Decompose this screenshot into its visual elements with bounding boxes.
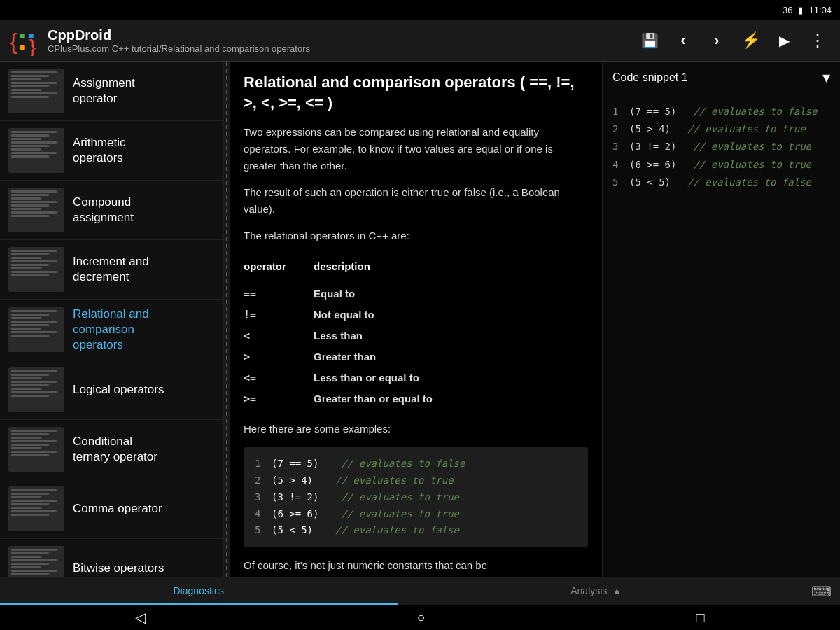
more-button[interactable]: ⋮ bbox=[804, 27, 832, 55]
snippet-expression: (5 < 5) bbox=[629, 174, 671, 191]
sidebar-label-compound: Compound assignment bbox=[73, 195, 134, 225]
sidebar-divider bbox=[224, 62, 230, 577]
line-number: 2 bbox=[255, 472, 266, 489]
snippet-comment: // evaluates to true bbox=[687, 120, 806, 138]
sidebar-thumb-compound bbox=[8, 188, 64, 232]
table-row: <=Less than or equal to bbox=[244, 368, 588, 388]
app-actions: 💾 ‹ › ⚡ ▶ ⋮ bbox=[636, 27, 832, 55]
examples-intro: Here there are some examples: bbox=[244, 421, 588, 438]
bottom-tabs: Diagnostics Analysis ▲ ⌨ bbox=[0, 577, 840, 605]
tab-diagnostics[interactable]: Diagnostics bbox=[0, 578, 398, 605]
sidebar-item-logical[interactable]: Logical operators bbox=[0, 360, 223, 420]
snippet-title: Code snippet 1 bbox=[612, 71, 688, 84]
signal-strength: 36 bbox=[783, 5, 792, 15]
snippet-line-number: 2 bbox=[612, 120, 624, 138]
header-operator: operator bbox=[244, 258, 286, 275]
line-number: 1 bbox=[255, 456, 266, 472]
code-comment: // evaluates to false bbox=[341, 456, 465, 472]
sidebar-thumb-bitwise bbox=[8, 546, 64, 577]
svg-text:■: ■ bbox=[20, 30, 25, 41]
sidebar-thumb-relational bbox=[8, 307, 64, 352]
op-symbol: != bbox=[244, 307, 286, 323]
snippet-comment: // evaluates to true bbox=[693, 156, 811, 174]
app-title-area: CppDroid CPlusPlus.com C++ tutorial/Rela… bbox=[48, 27, 627, 54]
op-description: Equal to bbox=[314, 286, 588, 302]
svg-text:■: ■ bbox=[20, 41, 25, 52]
op-symbol: == bbox=[244, 286, 286, 302]
nav-bar: ◁ ○ □ bbox=[0, 605, 840, 630]
sidebar-label-logical: Logical operators bbox=[73, 382, 164, 398]
forward-button[interactable]: › bbox=[703, 27, 731, 55]
op-description: Greater than or equal to bbox=[314, 391, 588, 407]
nav-recents-button[interactable]: □ bbox=[682, 607, 718, 629]
sidebar-thumb-comma bbox=[8, 486, 64, 531]
table-row: ==Equal to bbox=[244, 284, 588, 304]
snippet-expression: (6 >= 6) bbox=[629, 156, 676, 174]
paragraph-3: The relational operators in C++ are: bbox=[244, 227, 588, 244]
code-expression: (3 != 2) bbox=[272, 489, 318, 506]
snippet-dropdown-icon[interactable]: ▾ bbox=[822, 69, 830, 87]
battery-icon: ▮ bbox=[798, 5, 803, 15]
flash-button[interactable]: ⚡ bbox=[736, 27, 764, 55]
snippet-line-number: 5 bbox=[612, 174, 624, 191]
snippet-line: 3(3 != 2)// evaluates to true bbox=[612, 138, 830, 155]
nav-home-button[interactable]: ○ bbox=[402, 607, 439, 629]
play-button[interactable]: ▶ bbox=[770, 27, 798, 55]
ending-text: Of course, it's not just numeric constan… bbox=[244, 557, 588, 574]
table-row: >Greater than bbox=[244, 346, 588, 368]
sidebar-item-increment[interactable]: Increment and decrement bbox=[0, 240, 223, 300]
sidebar-item-bitwise[interactable]: Bitwise operators bbox=[0, 539, 223, 577]
content-body: Two expressions can be compared using re… bbox=[244, 124, 588, 574]
table-header: operator description bbox=[244, 255, 588, 278]
op-description: Less than or equal to bbox=[314, 370, 588, 386]
sidebar-item-arithmetic[interactable]: Arithmetic operators bbox=[0, 121, 223, 181]
sidebar-thumb-logical bbox=[8, 368, 64, 412]
back-button[interactable]: ‹ bbox=[669, 27, 697, 55]
sidebar-item-assignment[interactable]: Assignment operator bbox=[0, 62, 223, 121]
paragraph-2: The result of such an operation is eithe… bbox=[244, 184, 588, 218]
code-line: 2(5 > 4)// evaluates to true bbox=[255, 472, 577, 489]
snippet-comment: // evaluates to false bbox=[687, 174, 811, 191]
sidebar-item-relational[interactable]: Relational and comparison operators bbox=[0, 300, 223, 360]
code-line: 3(3 != 2)// evaluates to true bbox=[255, 489, 577, 506]
content-area[interactable]: Relational and comparison operators ( ==… bbox=[230, 62, 602, 577]
op-symbol: >= bbox=[244, 391, 286, 407]
code-block: 1(7 == 5)// evaluates to false2(5 > 4)//… bbox=[244, 447, 588, 547]
keyboard-icon[interactable]: ⌨ bbox=[803, 583, 840, 600]
op-description: Less than bbox=[314, 328, 588, 344]
code-expression: (7 == 5) bbox=[272, 456, 318, 472]
app-logo: { ■ ■ ■ } bbox=[8, 25, 39, 56]
tab-analysis[interactable]: Analysis ▲ bbox=[398, 578, 804, 605]
line-number: 4 bbox=[255, 506, 266, 523]
svg-text:}: } bbox=[29, 36, 36, 56]
save-button[interactable]: 💾 bbox=[636, 27, 664, 55]
sidebar-item-comma[interactable]: Comma operator bbox=[0, 479, 223, 539]
table-row: !=Not equal to bbox=[244, 304, 588, 326]
time-display: 11:04 bbox=[808, 5, 832, 15]
sidebar-label-relational: Relational and comparison operators bbox=[73, 307, 149, 353]
code-comment: // evaluates to true bbox=[335, 472, 454, 489]
code-expression: (5 < 5) bbox=[272, 522, 313, 539]
sidebar-item-conditional[interactable]: Conditional ternary operator bbox=[0, 420, 223, 479]
snippet-header: Code snippet 1 ▾ bbox=[603, 62, 840, 94]
snippet-line: 1(7 == 5)// evaluates to false bbox=[612, 103, 830, 120]
operators-table: operator description ==Equal to!=Not equ… bbox=[244, 255, 588, 410]
op-symbol: > bbox=[244, 349, 286, 365]
sidebar-label-arithmetic: Arithmetic operators bbox=[73, 135, 126, 166]
app-subtitle: CPlusPlus.com C++ tutorial/Relational an… bbox=[48, 43, 627, 54]
snippet-expression: (3 != 2) bbox=[629, 138, 676, 155]
code-comment: // evaluates to false bbox=[335, 522, 459, 539]
status-bar: 36 ▮ 11:04 bbox=[0, 0, 840, 20]
snippet-expression: (5 > 4) bbox=[629, 120, 671, 138]
snippet-line: 4(6 >= 6)// evaluates to true bbox=[612, 156, 830, 174]
snippet-line-number: 3 bbox=[612, 138, 624, 155]
snippet-comment: // evaluates to true bbox=[693, 138, 811, 155]
right-panel: Code snippet 1 ▾ 1(7 == 5)// evaluates t… bbox=[602, 62, 840, 577]
op-symbol: < bbox=[244, 328, 286, 344]
app-name: CppDroid bbox=[48, 27, 627, 43]
sidebar-thumb-assignment bbox=[8, 69, 64, 113]
sidebar-item-compound[interactable]: Compound assignment bbox=[0, 181, 223, 240]
snippet-line-number: 4 bbox=[612, 156, 624, 174]
nav-back-button[interactable]: ◁ bbox=[121, 606, 160, 629]
op-description: Not equal to bbox=[314, 307, 588, 323]
